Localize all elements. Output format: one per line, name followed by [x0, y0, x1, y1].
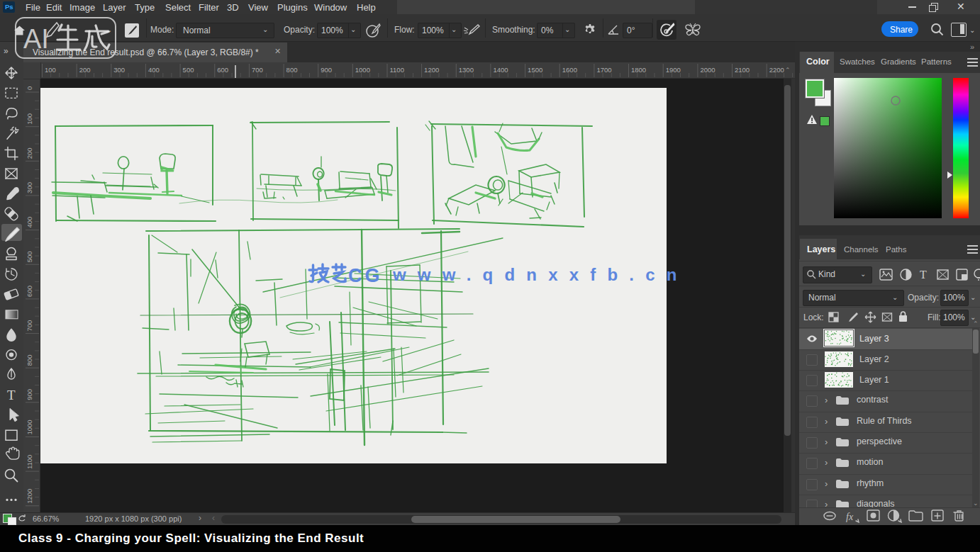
svg-text:400: 400 [148, 66, 160, 74]
svg-text:T: T [920, 269, 927, 281]
svg-text:900: 900 [26, 389, 33, 400]
svg-text:1900: 1900 [666, 66, 681, 74]
svg-text:700: 700 [252, 66, 263, 74]
svg-text:1500: 1500 [528, 66, 542, 74]
svg-text:500: 500 [183, 66, 194, 74]
svg-text:300: 300 [113, 66, 125, 74]
svg-text:0: 0 [26, 86, 33, 90]
svg-text:1300: 1300 [459, 66, 474, 74]
svg-text:800: 800 [286, 66, 298, 74]
svg-text:2100: 2100 [735, 66, 750, 74]
svg-text:1200: 1200 [26, 489, 33, 504]
svg-text:200: 200 [79, 66, 91, 74]
svg-text:2000: 2000 [700, 66, 715, 74]
svg-text:100: 100 [45, 66, 56, 74]
svg-text:900: 900 [321, 66, 332, 74]
svg-text:2200: 2200 [769, 66, 784, 74]
svg-text:1700: 1700 [596, 66, 611, 74]
svg-text:500: 500 [26, 251, 33, 262]
svg-text:1000: 1000 [26, 419, 33, 434]
svg-text:400: 400 [26, 217, 33, 228]
svg-text:200: 200 [26, 147, 33, 159]
svg-text:CG: CG [348, 265, 380, 286]
svg-text:1100: 1100 [390, 66, 404, 74]
svg-text:T: T [7, 388, 16, 402]
svg-text:1600: 1600 [562, 66, 577, 74]
svg-text:300: 300 [26, 182, 33, 193]
svg-text:600: 600 [217, 66, 228, 74]
svg-text:1800: 1800 [631, 66, 646, 74]
svg-text:1400: 1400 [493, 66, 508, 74]
svg-text:700: 700 [26, 320, 33, 332]
svg-text:1200: 1200 [424, 66, 439, 74]
svg-text:100: 100 [26, 113, 33, 125]
svg-text:1000: 1000 [355, 66, 370, 74]
svg-text:600: 600 [26, 286, 33, 297]
svg-text:fx: fx [846, 512, 854, 522]
svg-text:1100: 1100 [26, 455, 33, 469]
svg-text:800: 800 [26, 354, 33, 366]
